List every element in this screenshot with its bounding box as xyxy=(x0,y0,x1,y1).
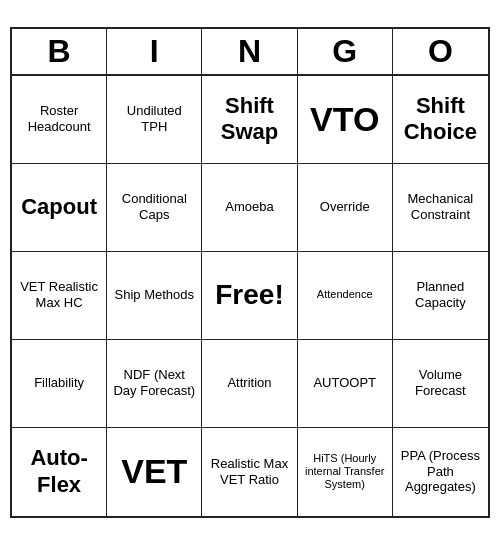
header-letter: N xyxy=(202,29,297,74)
bingo-cell: Amoeba xyxy=(202,164,297,252)
header-letter: B xyxy=(12,29,107,74)
bingo-cell: Override xyxy=(298,164,393,252)
bingo-cell: Attendence xyxy=(298,252,393,340)
bingo-cell: HiTS (Hourly internal Transfer System) xyxy=(298,428,393,516)
bingo-cell: Shift Swap xyxy=(202,76,297,164)
bingo-cell: Auto-Flex xyxy=(12,428,107,516)
bingo-cell: Ship Methods xyxy=(107,252,202,340)
bingo-cell: VET xyxy=(107,428,202,516)
bingo-cell: Attrition xyxy=(202,340,297,428)
bingo-header: BINGO xyxy=(12,29,488,76)
header-letter: I xyxy=(107,29,202,74)
header-letter: G xyxy=(298,29,393,74)
header-letter: O xyxy=(393,29,488,74)
bingo-cell: Volume Forecast xyxy=(393,340,488,428)
bingo-cell: VET Realistic Max HC xyxy=(12,252,107,340)
bingo-cell: Capout xyxy=(12,164,107,252)
bingo-cell: Fillability xyxy=(12,340,107,428)
bingo-cell: Planned Capacity xyxy=(393,252,488,340)
bingo-card: BINGO Roster HeadcountUndiluted TPHShift… xyxy=(10,27,490,518)
bingo-cell: VTO xyxy=(298,76,393,164)
bingo-cell: AUTOOPT xyxy=(298,340,393,428)
bingo-cell: Undiluted TPH xyxy=(107,76,202,164)
bingo-cell: NDF (Next Day Forecast) xyxy=(107,340,202,428)
bingo-cell: Roster Headcount xyxy=(12,76,107,164)
bingo-cell: Free! xyxy=(202,252,297,340)
bingo-cell: PPA (Process Path Aggregates) xyxy=(393,428,488,516)
bingo-cell: Conditional Caps xyxy=(107,164,202,252)
bingo-cell: Shift Choice xyxy=(393,76,488,164)
bingo-cell: Realistic Max VET Ratio xyxy=(202,428,297,516)
bingo-grid: Roster HeadcountUndiluted TPHShift SwapV… xyxy=(12,76,488,516)
bingo-cell: Mechanical Constraint xyxy=(393,164,488,252)
